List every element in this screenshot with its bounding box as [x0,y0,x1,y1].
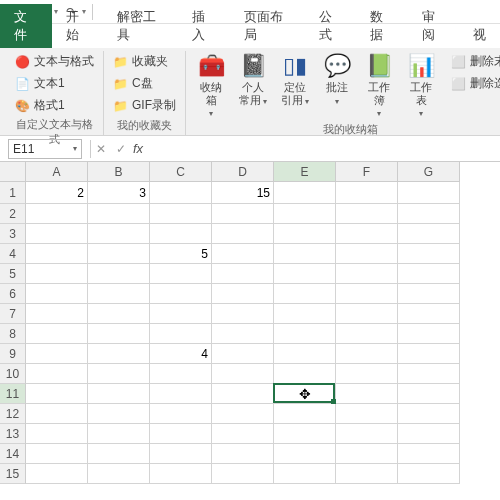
col-header-A[interactable]: A [26,162,88,182]
cell-G6[interactable] [398,284,460,304]
cell-B6[interactable] [88,284,150,304]
spreadsheet-grid[interactable]: ABCDEFG 123456789101112131415 231554✥ [0,162,500,500]
cell-A14[interactable] [26,444,88,464]
delete-last-button[interactable]: ⬜删除末 [448,51,500,72]
cell-A13[interactable] [26,424,88,444]
favorites-button[interactable]: 📁收藏夹 [110,51,179,72]
cdrive-button[interactable]: 📁C盘 [110,73,179,94]
tab-file[interactable]: 文件 [0,4,52,48]
cell-E7[interactable] [274,304,336,324]
col-header-G[interactable]: G [398,162,460,182]
row-header-15[interactable]: 15 [0,464,26,484]
select-all-corner[interactable] [0,162,26,182]
cell-B7[interactable] [88,304,150,324]
cell-E6[interactable] [274,284,336,304]
cell-D13[interactable] [212,424,274,444]
personal-button[interactable]: 📓 个人常用 ▾ [234,51,272,108]
cell-A10[interactable] [26,364,88,384]
cell-E1[interactable] [274,182,336,204]
row-header-2[interactable]: 2 [0,204,26,224]
row-header-13[interactable]: 13 [0,424,26,444]
cell-D2[interactable] [212,204,274,224]
cell-C13[interactable] [150,424,212,444]
cell-D14[interactable] [212,444,274,464]
cell-F12[interactable] [336,404,398,424]
cell-D1[interactable]: 15 [212,182,274,204]
cell-B2[interactable] [88,204,150,224]
cell-C7[interactable] [150,304,212,324]
cell-A9[interactable] [26,344,88,364]
cell-C5[interactable] [150,264,212,284]
cell-C8[interactable] [150,324,212,344]
cell-A3[interactable] [26,224,88,244]
cell-D8[interactable] [212,324,274,344]
format1-button[interactable]: 🎨格式1 [12,95,97,116]
cell-F10[interactable] [336,364,398,384]
cell-E11[interactable] [274,384,336,404]
cell-E13[interactable] [274,424,336,444]
cell-B15[interactable] [88,464,150,484]
tab-layout[interactable]: 页面布局 [230,4,305,48]
col-header-E[interactable]: E [274,162,336,182]
tab-decrypt[interactable]: 解密工具 [103,4,178,48]
cell-B5[interactable] [88,264,150,284]
cell-B3[interactable] [88,224,150,244]
cell-G3[interactable] [398,224,460,244]
cell-F11[interactable] [336,384,398,404]
cell-B13[interactable] [88,424,150,444]
cell-E2[interactable] [274,204,336,224]
cell-F8[interactable] [336,324,398,344]
cell-F9[interactable] [336,344,398,364]
cell-D7[interactable] [212,304,274,324]
cell-G9[interactable] [398,344,460,364]
row-header-11[interactable]: 11 [0,384,26,404]
cell-B9[interactable] [88,344,150,364]
cell-D3[interactable] [212,224,274,244]
formula-input[interactable] [149,139,500,159]
cell-B8[interactable] [88,324,150,344]
row-header-10[interactable]: 10 [0,364,26,384]
cell-C1[interactable] [150,182,212,204]
cell-D12[interactable] [212,404,274,424]
tab-formula[interactable]: 公式 [305,4,357,48]
tab-home[interactable]: 开始 [52,4,104,48]
gif-record-button[interactable]: 📁GIF录制 [110,95,179,116]
cell-G13[interactable] [398,424,460,444]
row-header-7[interactable]: 7 [0,304,26,324]
cell-B4[interactable] [88,244,150,264]
tab-view[interactable]: 视 [459,22,500,48]
cell-B1[interactable]: 3 [88,182,150,204]
cell-G15[interactable] [398,464,460,484]
cell-F2[interactable] [336,204,398,224]
cell-C3[interactable] [150,224,212,244]
cell-B12[interactable] [88,404,150,424]
col-header-D[interactable]: D [212,162,274,182]
tab-data[interactable]: 数据 [356,4,408,48]
cell-F3[interactable] [336,224,398,244]
comment-button[interactable]: 💬 批注▾ [318,51,356,108]
row-header-14[interactable]: 14 [0,444,26,464]
cell-F5[interactable] [336,264,398,284]
row-header-3[interactable]: 3 [0,224,26,244]
row-header-12[interactable]: 12 [0,404,26,424]
row-header-6[interactable]: 6 [0,284,26,304]
storage-button[interactable]: 🧰 收纳箱▾ [192,51,230,121]
cell-A1[interactable]: 2 [26,182,88,204]
cell-F13[interactable] [336,424,398,444]
cell-F14[interactable] [336,444,398,464]
cell-G14[interactable] [398,444,460,464]
delete-sel-button[interactable]: ⬜删除选 [448,73,500,94]
tab-insert[interactable]: 插入 [178,4,230,48]
cell-C10[interactable] [150,364,212,384]
text-format-button[interactable]: 🔴文本与格式 [12,51,97,72]
row-header-5[interactable]: 5 [0,264,26,284]
cell-D10[interactable] [212,364,274,384]
cell-C11[interactable] [150,384,212,404]
cell-E10[interactable] [274,364,336,384]
text1-button[interactable]: 📄文本1 [12,73,97,94]
cell-F6[interactable] [336,284,398,304]
cell-D6[interactable] [212,284,274,304]
cell-C12[interactable] [150,404,212,424]
row-header-9[interactable]: 9 [0,344,26,364]
cell-A5[interactable] [26,264,88,284]
